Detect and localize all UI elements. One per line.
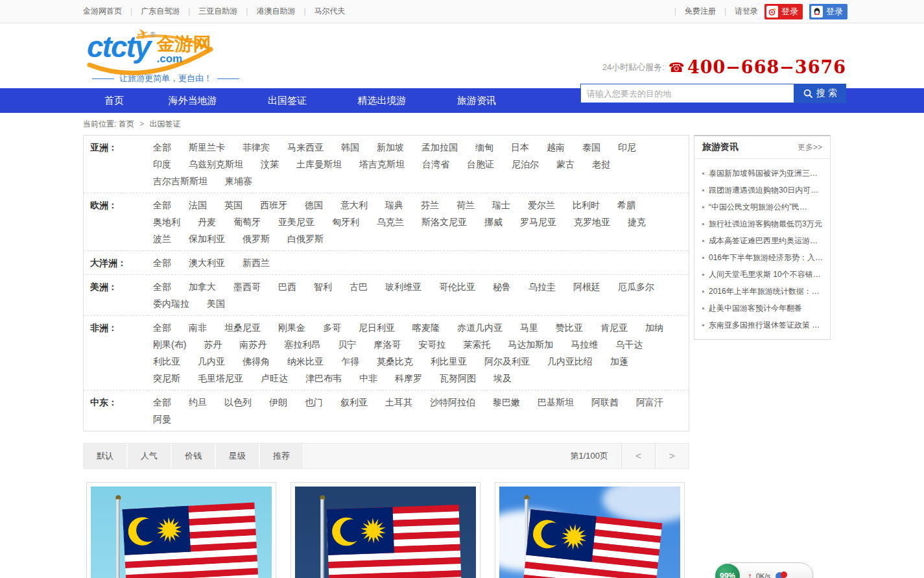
site-logo[interactable]: ✈ ctcty® 金游网 .com 让旅游更简单，更自由！ [87, 26, 243, 84]
country-filter-link[interactable]: 马来西亚 [287, 139, 324, 156]
country-filter-link[interactable]: 老挝 [592, 156, 610, 173]
breadcrumb-home-link[interactable]: 首页 [119, 119, 134, 128]
country-filter-link[interactable]: 台湾省 [422, 156, 449, 173]
country-filter-link[interactable]: 坦桑尼亚 [224, 319, 261, 336]
country-filter-link[interactable]: 秘鲁 [493, 278, 511, 295]
net-speed-widget[interactable]: 99% ↑ 0K/s [715, 562, 813, 578]
country-filter-link[interactable]: 罗马尼亚 [520, 213, 556, 230]
prev-page-button[interactable]: < [621, 444, 655, 468]
country-filter-link[interactable]: 全部 [153, 254, 171, 271]
country-filter-link[interactable]: 乌拉圭 [528, 278, 556, 295]
country-filter-link[interactable]: 阿根廷 [573, 278, 600, 295]
country-filter-link[interactable]: 毛里塔尼亚 [198, 370, 243, 387]
country-filter-link[interactable]: 汶莱 [261, 156, 279, 173]
country-filter-link[interactable]: 智利 [314, 278, 332, 295]
country-filter-link[interactable]: 摩洛哥 [373, 336, 401, 353]
visa-product-card[interactable] [86, 482, 276, 578]
news-link[interactable]: 赴美中国游客预计今年翻番 [709, 300, 802, 317]
country-filter-link[interactable]: 中非 [359, 370, 377, 387]
country-filter-link[interactable]: 丹麦 [198, 213, 216, 230]
country-filter-link[interactable]: 赞比亚 [556, 319, 583, 336]
country-filter-link[interactable]: 几内亚比绍 [547, 353, 593, 370]
country-filter-link[interactable]: 喀麦隆 [412, 319, 440, 336]
country-filter-link[interactable]: 加拿大 [189, 278, 216, 295]
country-filter-link[interactable]: 新西兰 [243, 254, 270, 271]
country-filter-link[interactable]: 几内亚 [198, 353, 225, 370]
country-filter-link[interactable]: 古巴 [349, 278, 368, 295]
country-filter-link[interactable]: 刚果(布) [153, 336, 186, 353]
country-filter-link[interactable]: 沙特阿拉伯 [430, 394, 475, 411]
country-filter-link[interactable]: 加纳 [645, 319, 663, 336]
country-filter-link[interactable]: 葡萄牙 [233, 213, 261, 230]
country-filter-link[interactable]: 德国 [305, 197, 323, 213]
country-filter-link[interactable]: 塔吉克斯坦 [359, 156, 405, 173]
news-link[interactable]: 旅行社强迫游客购物最低罚3万元 [709, 215, 822, 232]
country-filter-link[interactable]: 马拉维 [571, 336, 598, 353]
nav-item[interactable]: 海外当地游 [145, 88, 240, 113]
nav-item[interactable]: 精选出境游 [335, 88, 429, 113]
country-filter-link[interactable]: 韩国 [341, 139, 359, 156]
news-link[interactable]: 跟团游遭遇强迫购物30日内可… [709, 182, 818, 199]
country-filter-link[interactable]: 肯尼亚 [600, 319, 628, 336]
country-filter-link[interactable]: 莱索托 [463, 336, 490, 353]
news-link[interactable]: 东南亚多国推行退休签证政策 … [709, 317, 820, 333]
country-filter-link[interactable]: 乌克兰 [377, 213, 404, 230]
country-filter-link[interactable]: 荷兰 [456, 197, 475, 213]
country-filter-link[interactable]: 斯洛文尼亚 [421, 213, 467, 230]
country-filter-link[interactable]: 台胞证 [467, 156, 494, 173]
country-filter-link[interactable]: 加蓬 [610, 353, 628, 370]
country-filter-link[interactable]: 印尼 [618, 139, 636, 156]
country-filter-link[interactable]: 巴基斯坦 [538, 394, 574, 411]
country-filter-link[interactable]: 挪威 [484, 213, 503, 230]
country-filter-link[interactable]: 黎巴嫩 [493, 394, 520, 411]
more-news-link[interactable]: 更多>> [798, 142, 822, 153]
country-filter-link[interactable]: 缅甸 [475, 139, 493, 156]
country-filter-link[interactable]: 克罗地亚 [574, 213, 610, 230]
country-filter-link[interactable]: 玻利维亚 [385, 278, 421, 295]
country-filter-link[interactable]: 保加利亚 [189, 230, 225, 247]
country-filter-link[interactable]: 蒙古 [556, 156, 575, 173]
visa-product-card[interactable] [495, 482, 685, 578]
country-filter-link[interactable]: 全部 [153, 197, 171, 213]
country-filter-link[interactable]: 奥地利 [153, 213, 180, 230]
country-filter-link[interactable]: 亚美尼亚 [278, 213, 314, 230]
topbar-link[interactable]: 金游网首页 [83, 6, 122, 17]
country-filter-link[interactable]: 约旦 [189, 394, 207, 411]
news-link[interactable]: 泰国新加坡韩国被评为亚洲三… [709, 165, 818, 182]
country-filter-link[interactable]: 阿尔及利亚 [484, 353, 530, 370]
country-filter-link[interactable]: 委内瑞拉 [153, 295, 189, 312]
register-link[interactable]: 免费注册 [666, 6, 716, 17]
country-filter-link[interactable]: 匈牙利 [332, 213, 359, 230]
login-link[interactable]: 请登录 [716, 6, 758, 17]
country-filter-link[interactable]: 全部 [153, 139, 171, 156]
country-filter-link[interactable]: 泰国 [582, 139, 600, 156]
country-filter-link[interactable]: 希腊 [617, 197, 635, 213]
news-link[interactable]: 人间天堂毛里求斯 10个不容错… [709, 266, 821, 283]
country-filter-link[interactable]: 卢旺达 [261, 370, 288, 387]
sort-option[interactable]: 人气 [128, 444, 172, 468]
country-filter-link[interactable]: 刚果金 [278, 319, 305, 336]
country-filter-link[interactable]: 捷克 [628, 213, 646, 230]
country-filter-link[interactable]: 叙利亚 [340, 394, 368, 411]
news-link[interactable]: 2016年上半年旅游统计数据：… [709, 283, 820, 300]
country-filter-link[interactable]: 柬埔寨 [225, 173, 252, 189]
nav-item[interactable]: 首页 [83, 88, 145, 113]
country-filter-link[interactable]: 比利时 [573, 197, 600, 213]
country-filter-link[interactable]: 印度 [153, 156, 171, 173]
country-filter-link[interactable]: 津巴布韦 [305, 370, 342, 387]
country-filter-link[interactable]: 墨西哥 [233, 278, 261, 295]
country-filter-link[interactable]: 贝宁 [338, 336, 356, 353]
country-filter-link[interactable]: 菲律宾 [243, 139, 270, 156]
country-filter-link[interactable]: 苏丹 [204, 336, 222, 353]
visa-product-card[interactable] [290, 482, 480, 578]
country-filter-link[interactable]: 英国 [224, 197, 243, 213]
country-filter-link[interactable]: 佛得角 [243, 353, 270, 370]
topbar-link[interactable]: 马尔代夫 [295, 6, 345, 17]
country-filter-link[interactable]: 塞拉利昂 [284, 336, 320, 353]
weibo-login-button[interactable]: 登录 [764, 4, 803, 19]
country-filter-link[interactable]: 南苏丹 [239, 336, 267, 353]
country-filter-link[interactable]: 澳大利亚 [189, 254, 225, 271]
country-filter-link[interactable]: 乌兹别克斯坦 [189, 156, 243, 173]
country-filter-link[interactable]: 爱尔兰 [528, 197, 555, 213]
country-filter-link[interactable]: 纳米比亚 [287, 353, 324, 370]
